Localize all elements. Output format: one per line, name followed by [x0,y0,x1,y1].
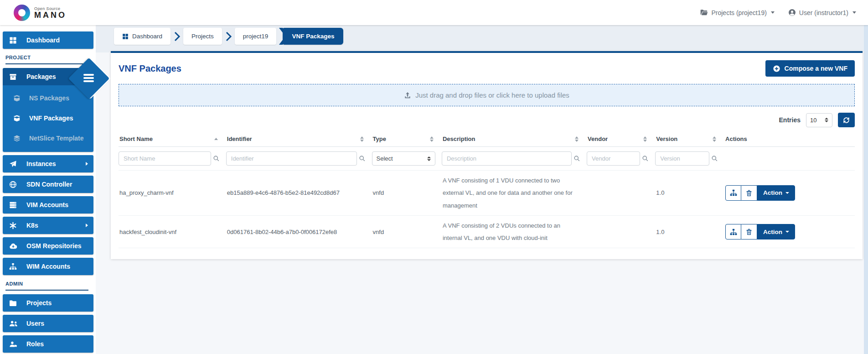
column-header-actions: Actions [724,132,855,147]
row-actions: Action [725,185,848,201]
scrollbar[interactable] [864,25,868,354]
column-label: Version [656,135,677,142]
main-content: Dashboard Projects project19 VNF Package… [96,25,868,354]
column-header-type[interactable]: Type [372,132,442,147]
box-icon [9,73,23,81]
sidebar-item-label: K8s [23,222,86,229]
mano-swirl-icon [14,5,30,21]
trash-icon [746,228,752,235]
folder-icon [9,300,23,307]
grid-icon [9,36,23,44]
vnf-packages-table: Short Name Identifier Type Description V… [119,132,855,248]
sort-asc-icon [214,138,218,140]
stepper-icon [825,118,828,122]
plus-circle-icon [773,65,780,73]
breadcrumb-label: Dashboard [132,33,162,40]
tree-icon [730,189,737,196]
breadcrumb-item-dashboard[interactable]: Dashboard [114,28,170,45]
sidebar-item-roles[interactable]: Roles [3,335,93,353]
sidebar-item-label: Roles [23,340,88,348]
action-dropdown-button[interactable]: Action [757,185,795,201]
breadcrumb-label: VNF Packages [292,33,334,40]
table-filter-row: Select [119,147,855,171]
vnf-packages-card: VNF Packages Compose a new VNF Just drag… [111,51,863,259]
sidebar-item-label: VNF Packages [26,115,73,122]
cell-type: vnfd [372,215,442,248]
sidebar-item-label: OSM Repositories [23,242,88,250]
action-dropdown-button[interactable]: Action [757,224,795,239]
sidebar-section-admin: ADMIN [5,281,88,291]
globe-icon [9,181,23,188]
sidebar-item-label: NetSlice Template [26,135,84,142]
column-header-vendor[interactable]: Vendor [587,132,655,147]
delete-package-button[interactable] [741,185,757,201]
table-row: hackfest_cloudinit-vnf 0d061761-8b02-44b… [119,215,855,248]
cell-vendor [587,215,655,248]
sort-icon [643,136,647,142]
version-filter-input[interactable] [655,151,709,166]
caret-down-icon [785,231,789,233]
sidebar-item-netslice-template[interactable]: NetSlice Template [3,128,93,148]
sidebar-item-label: NS Packages [26,94,69,102]
user-tag-icon [9,341,23,348]
sidebar-item-wim-accounts[interactable]: WIM Accounts [3,258,93,275]
show-topology-button[interactable] [725,224,741,239]
search-icon[interactable] [642,155,649,162]
column-header-version[interactable]: Version [655,132,724,147]
identifier-filter-input[interactable] [226,151,357,166]
column-header-identifier[interactable]: Identifier [226,132,372,147]
column-label: Type [373,135,386,142]
sort-icon [575,136,579,142]
action-button-label: Action [763,229,782,235]
file-dropzone[interactable]: Just drag and drop files or click here t… [119,84,855,106]
refresh-button[interactable] [838,113,855,127]
caret-down-icon [771,11,775,14]
osm-logo[interactable]: Open Source MANO [14,5,67,21]
search-icon[interactable] [359,155,366,162]
sidebar-item-vnf-packages[interactable]: VNF Packages [3,108,93,128]
sidebar-item-instances[interactable]: Instances [3,155,93,172]
search-icon[interactable] [711,155,718,162]
sidebar-item-dashboard[interactable]: Dashboard [3,31,93,49]
vendor-filter-input[interactable] [587,151,640,166]
sidebar-item-sdn-controller[interactable]: SDN Controller [3,176,93,193]
search-icon[interactable] [574,155,580,162]
breadcrumb: Dashboard Projects project19 VNF Package… [114,28,343,45]
short-name-filter-input[interactable] [119,151,211,166]
breadcrumb-item-project19[interactable]: project19 [235,28,277,45]
description-filter-input[interactable] [442,151,572,166]
cell-type: vnfd [372,171,442,216]
cell-identifier: eb15a889-e4c6-4876-b5e2-81e492cd8d67 [226,171,372,216]
column-label: Vendor [588,135,608,142]
hamburger-icon[interactable] [83,74,94,83]
sidebar-item-users[interactable]: Users [3,315,93,332]
sidebar-item-ns-packages[interactable]: NS Packages [3,88,93,108]
entries-select[interactable]: 10 [806,113,832,127]
sidebar-item-k8s[interactable]: K8s [3,217,93,234]
compose-new-vnf-button[interactable]: Compose a new VNF [765,60,855,77]
column-header-description[interactable]: Description [442,132,587,147]
table-row: ha_proxy_charm-vnf eb15a889-e4c6-4876-b5… [119,171,855,216]
logo-small-text: Open Source [34,6,67,11]
type-filter-select[interactable]: Select [372,151,435,166]
sidebar-item-label: Dashboard [23,36,88,44]
sidebar-item-label: VIM Accounts [23,201,88,208]
breadcrumb-item-projects[interactable]: Projects [183,28,222,45]
folder-open-icon [700,9,708,16]
projects-dropdown[interactable]: Projects (project19) [700,9,774,16]
sidebar-item-projects[interactable]: Projects [3,294,93,312]
sidebar-item-vim-accounts[interactable]: VIM Accounts [3,196,93,213]
type-filter-value: Select [377,155,393,162]
sidebar-item-osm-repositories[interactable]: OSM Repositories [3,237,93,255]
column-header-short-name[interactable]: Short Name [119,132,226,147]
delete-package-button[interactable] [741,224,757,239]
show-topology-button[interactable] [725,185,741,201]
breadcrumb-label: project19 [243,33,269,40]
users-icon [9,320,23,327]
box-open-icon [13,94,26,102]
search-icon[interactable] [213,155,220,162]
user-dropdown[interactable]: User (instructor1) [788,9,856,16]
breadcrumb-item-vnf-packages[interactable]: VNF Packages [283,28,343,45]
column-label: Identifier [227,135,252,142]
sidebar-item-label: Instances [23,160,86,167]
